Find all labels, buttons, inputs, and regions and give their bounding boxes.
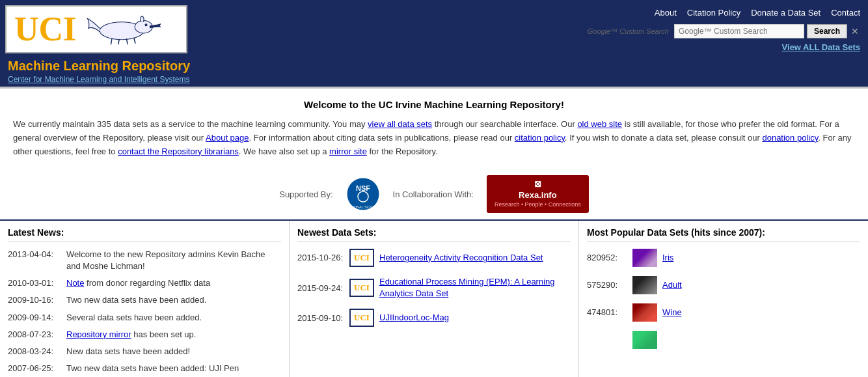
uci-badge: UCI	[349, 309, 374, 327]
news-date: 2009-09-14:	[8, 312, 61, 324]
search-row: Google™ Custom Search Search ✕	[588, 24, 860, 38]
news-item: 2008-07-23: Repository mirror has been s…	[8, 329, 281, 341]
dataset-link[interactable]: Heterogeneity Activity Recognition Data …	[379, 252, 543, 264]
news-text: Two new data sets have been added: UJI P…	[66, 363, 281, 377]
nav-about[interactable]: About	[655, 8, 677, 18]
popular-hits: 820952:	[587, 253, 627, 262]
nav-citation[interactable]: Citation Policy	[687, 8, 740, 18]
nav-links: About Citation Policy Donate a Data Set …	[655, 5, 860, 18]
popular-datasets-col: Most Popular Data Sets (hits since 2007)…	[579, 221, 868, 377]
popular-item: 820952: Iris	[587, 249, 860, 267]
center-link[interactable]: Center for Machine Learning and Intellig…	[5, 75, 190, 84]
svg-line-3	[118, 39, 120, 44]
view-all-datasets-link[interactable]: view all data sets	[368, 119, 432, 129]
uci-badge: UCI	[349, 279, 374, 297]
latest-news-header: Latest News:	[8, 227, 281, 242]
dataset-link[interactable]: Educational Process Mining (EPM): A Lear…	[379, 276, 571, 300]
repository-mirror-link[interactable]: Repository mirror	[66, 329, 131, 339]
about-link[interactable]: About page	[206, 133, 249, 143]
news-text: Several data sets have been added.	[66, 312, 281, 324]
svg-line-5	[134, 38, 135, 44]
dataset-item: 2015-10-26: UCI Heterogeneity Activity R…	[297, 249, 571, 267]
news-date: 2007-06-25:	[8, 363, 61, 377]
news-item: 2013-04-04: Welcome to the new Repositor…	[8, 249, 281, 272]
anteater-logo	[83, 10, 178, 48]
popular-link[interactable]: Adult	[662, 280, 682, 290]
rexa-sub: Research • People • Connections	[495, 201, 581, 209]
rexa-box[interactable]: ⊠ Rexa.info Research • People • Connecti…	[487, 175, 589, 212]
news-item: 2008-03-24: New data sets have been adde…	[8, 346, 281, 357]
old-website-link[interactable]: old web site	[577, 119, 622, 129]
dataset-date: 2015-09-24:	[297, 283, 344, 293]
dataset4-thumbnail	[632, 331, 657, 349]
view-all-link[interactable]: View ALL Data Sets	[782, 42, 860, 52]
rexa-icon: ⊠	[534, 179, 541, 190]
rexa-name: Rexa.info	[519, 190, 557, 201]
site-header: UCI	[0, 0, 868, 87]
popular-link[interactable]: Iris	[662, 253, 673, 262]
news-date: 2008-03-24:	[8, 346, 61, 357]
search-button[interactable]: Search	[807, 24, 847, 38]
search-input[interactable]	[674, 24, 804, 38]
supported-label: Supported By:	[279, 189, 332, 199]
welcome-text: We currently maintain 335 data sets as a…	[13, 118, 855, 158]
news-item: 2009-09-14: Several data sets have been …	[8, 312, 281, 324]
logo-area: UCI	[5, 5, 190, 84]
iris-thumbnail	[632, 249, 657, 267]
welcome-title: Welcome to the UC Irvine Machine Learnin…	[13, 99, 855, 110]
news-item: 2010-03-01: Note from donor regarding Ne…	[8, 277, 281, 289]
wine-thumbnail	[632, 303, 657, 322]
newest-datasets-header: Newest Data Sets:	[297, 227, 571, 242]
dataset-item: 2015-09-10: UCI UJIIndoorLoc-Mag	[297, 309, 571, 327]
news-text: Repository mirror has been set up.	[66, 329, 281, 341]
nav-contact[interactable]: Contact	[831, 8, 860, 18]
supported-row: Supported By: NSF NATIONAL SCIENCE In Co…	[0, 175, 868, 212]
svg-text:NSF: NSF	[356, 184, 370, 192]
note-link[interactable]: Note	[66, 278, 84, 288]
popular-hits: 575290:	[587, 280, 627, 290]
popular-item: 575290: Adult	[587, 276, 860, 294]
dataset-date: 2015-09-10:	[297, 313, 344, 323]
svg-text:NATIONAL SCIENCE: NATIONAL SCIENCE	[346, 205, 380, 209]
popular-datasets-header: Most Popular Data Sets (hits since 2007)…	[587, 227, 860, 242]
dataset-link[interactable]: UJIIndoorLoc-Mag	[379, 312, 449, 324]
popular-item: 474801: Wine	[587, 303, 860, 322]
latest-news-col: Latest News: 2013-04-04: Welcome to the …	[0, 221, 290, 377]
popular-item	[587, 331, 860, 349]
logo-box: UCI	[5, 5, 187, 53]
citation-policy-link[interactable]: citation policy	[515, 133, 565, 143]
welcome-section: Welcome to the UC Irvine Machine Learnin…	[0, 89, 868, 165]
uci-badge: UCI	[349, 249, 374, 267]
svg-point-6	[145, 24, 147, 26]
news-date: 2009-10-16:	[8, 294, 61, 306]
google-label: Google™ Custom Search	[588, 27, 669, 35]
popular-hits: 474801:	[587, 307, 627, 317]
dataset-date: 2015-10-26:	[297, 253, 344, 262]
popular-link[interactable]: Wine	[662, 307, 682, 317]
close-icon[interactable]: ✕	[850, 26, 860, 36]
news-date: 2010-03-01:	[8, 277, 61, 289]
uci-logo-text: UCI	[14, 12, 76, 46]
adult-thumbnail	[632, 276, 657, 294]
nav-donate[interactable]: Donate a Data Set	[751, 8, 821, 18]
dataset-item: 2015-09-24: UCI Educational Process Mini…	[297, 276, 571, 300]
news-text: New data sets have been added!	[66, 346, 281, 357]
donation-policy-link[interactable]: donation policy	[762, 133, 818, 143]
contact-librarians-link[interactable]: contact the Repository librarians	[118, 147, 239, 156]
search-area: Google™ Custom Search Search ✕ View ALL …	[588, 24, 860, 52]
news-date: 2013-04-04:	[8, 249, 61, 272]
news-item: 2009-10-16: Two new data sets have been …	[8, 294, 281, 306]
newest-datasets-col: Newest Data Sets: 2015-10-26: UCI Hetero…	[290, 221, 579, 377]
columns-wrapper: Latest News: 2013-04-04: Welcome to the …	[0, 219, 868, 377]
mirror-site-link[interactable]: mirror site	[329, 147, 367, 156]
news-text: Note from donor regarding Netflix data	[66, 277, 281, 289]
svg-line-2	[111, 38, 113, 44]
news-text: Two new data sets have been added.	[66, 294, 281, 306]
collab-label: In Collaboration With:	[393, 189, 474, 199]
nsf-logo: NSF NATIONAL SCIENCE	[346, 177, 380, 211]
repo-title: Machine Learning Repository	[5, 59, 190, 74]
header-top: UCI	[0, 0, 868, 87]
news-date: 2008-07-23:	[8, 329, 61, 341]
news-text: Welcome to the new Repository admins Kev…	[66, 249, 281, 272]
news-item: 2007-06-25: Two new data sets have been …	[8, 363, 281, 377]
